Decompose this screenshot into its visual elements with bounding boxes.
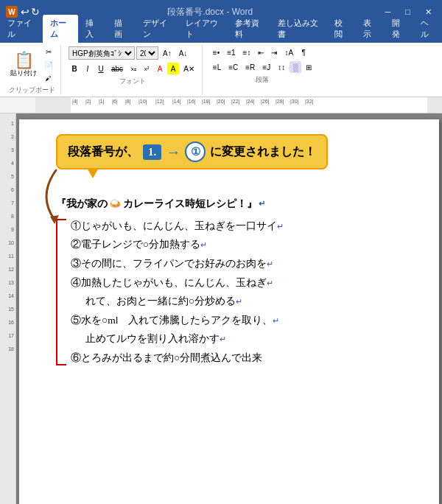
tab-developer[interactable]: 開発 [385,15,413,43]
underline-button[interactable]: U [95,63,107,74]
callout-text-before: 段落番号が、 [68,144,138,160]
doc-area: 1 2 3 4 5 6 7 8 9 10 11 12 13 14 15 16 1… [0,113,442,504]
decrease-indent-button[interactable]: ⇤ [255,46,267,58]
doc-line-4: ④加熱したじゃがいも、にんじん、玉ねぎ↵ [71,273,417,293]
bullets-button[interactable]: ≡• [210,46,222,58]
strikethrough-button[interactable]: abc [108,63,126,74]
doc-title-text2: カレーライス時短レシピ！』 [123,195,257,214]
tab-layout[interactable]: レイアウト [178,15,228,43]
font-name-select[interactable]: HGP創英角ｺﾞｼｯｸ [69,46,135,60]
doc-line-2: ②電子レンジで○分加熱する↵ [71,235,417,254]
paragraph-group: ≡• ≡1 ≡↕ ⇤ ⇥ ↕A ¶ ≡L ≡C ≡R ≡J ↕↕ ░ ⊞ 段落 [206,46,319,95]
highlight-button[interactable]: A [167,63,179,74]
tab-home[interactable]: ホーム [43,15,78,43]
tab-review[interactable]: 校閲 [327,15,356,43]
tab-file[interactable]: ファイル [0,15,43,43]
document-page: 段落番号が、 1. → ① に変更されました！ 『我が家の 🍛 カレーライス時短… [19,119,439,504]
callout-text-after: に変更されました！ [210,144,316,160]
align-left-button[interactable]: ≡L [210,61,224,73]
shading-button[interactable]: ░ [290,61,301,73]
numbering-button[interactable]: ≡1 [224,46,238,58]
tab-references[interactable]: 参考資料 [228,15,270,43]
font-label: フォント [119,77,146,86]
line-spacing-button[interactable]: ↕↕ [275,61,288,73]
font-group: HGP創英角ｺﾞｼｯｸ 20 A↑ A↓ B I U abc x₂ x² A A… [64,46,203,95]
bold-button[interactable]: B [69,63,80,74]
callout-num-old: 1. [143,144,161,160]
bracket-content: ①じゃがいも、にんじん、玉ねぎを一口サイ↵ ②電子レンジで○分加熱する↵ ③その… [71,217,417,368]
doc-line-3: ③その間に、フライパンでお好みのお肉を↵ [71,254,417,273]
doc-line-5b: 止めてルウを割り入れ溶かす↵ [71,329,417,349]
align-center-button[interactable]: ≡C [225,61,241,73]
ruler-gray-left [35,97,71,113]
ruler-gray-right [427,97,442,113]
subscript-button[interactable]: x₂ [127,63,139,74]
left-bracket [56,219,66,365]
curry-icon: 🍛 [109,195,122,214]
align-right-button[interactable]: ≡R [242,61,258,73]
tab-insert[interactable]: 挿入 [78,15,107,43]
tab-design[interactable]: デザイン [136,15,178,43]
multilevel-list-button[interactable]: ≡↕ [240,46,254,58]
ruler: |4| |2| |1| |6| |8| |10| |12| |14| |16| … [0,97,442,113]
tab-mailings[interactable]: 差し込み文書 [270,15,327,43]
copy-button[interactable]: 📄 [41,59,56,71]
callout-box: 段落番号が、 1. → ① に変更されました！ [56,134,328,169]
format-painter-button[interactable]: 🖌 [41,72,56,84]
clipboard-group: 📋 貼り付け ✂ 📄 🖌 クリップボード [3,46,61,95]
decrease-font-button[interactable]: A↓ [176,47,191,59]
document-content: 『我が家の 🍛 カレーライス時短レシピ！』 ↵ ①じゃがいも、にんじん、玉ねぎを… [56,195,417,368]
cut-button[interactable]: ✂ [41,46,56,57]
doc-line-5: ⑤水を○ml 入れて沸騰したらアクを取り、↵ [71,311,417,330]
borders-button[interactable]: ⊞ [303,61,315,73]
show-marks-button[interactable]: ¶ [298,46,309,58]
increase-indent-button[interactable]: ⇥ [268,46,280,58]
callout-arrow-icon: → [166,144,180,161]
tab-help[interactable]: ヘル [413,15,442,43]
ribbon: 📋 貼り付け ✂ 📄 🖌 クリップボード HGP創英角ｺﾞｼｯｸ 20 A↑ A… [0,43,442,97]
paragraph-label: 段落 [256,75,269,85]
clipboard-label: クリップボード [9,85,55,95]
menu-tabs: ファイル ホーム 挿入 描画 デザイン レイアウト 参考資料 差し込み文書 校閲… [0,24,442,43]
tab-view[interactable]: 表示 [356,15,385,43]
doc-line-6: ⑥とろみが出るまで約○分間煮込んで出来 [71,349,417,368]
bracket-container: ①じゃがいも、にんじん、玉ねぎを一口サイ↵ ②電子レンジで○分加熱する↵ ③その… [56,217,417,368]
tab-draw[interactable]: 描画 [107,15,136,43]
paste-icon: 📋 [14,52,34,69]
doc-line-1: ①じゃがいも、にんじん、玉ねぎを一口サイ↵ [71,217,417,236]
sort-button[interactable]: ↕A [281,46,296,58]
font-size-select[interactable]: 20 [136,46,158,60]
paste-label: 貼り付け [10,69,37,78]
doc-title-line: 『我が家の 🍛 カレーライス時短レシピ！』 ↵ [56,195,417,214]
font-color-button[interactable]: A [154,63,166,74]
italic-button[interactable]: I [82,63,94,74]
return-mark-title: ↵ [259,196,265,211]
increase-font-button[interactable]: A↑ [160,47,175,59]
clear-format-button[interactable]: A✕ [180,63,197,74]
callout-num-new: ① [185,141,206,162]
justify-button[interactable]: ≡J [259,61,273,73]
paste-button[interactable]: 📋 貼り付け [7,51,40,80]
ruler-area: |4| |2| |1| |6| |8| |10| |12| |14| |16| … [71,97,427,113]
vertical-ruler: 1 2 3 4 5 6 7 8 9 10 11 12 13 14 15 16 1… [0,113,16,504]
doc-line-4b: れて、お肉と一緒に約○分炒める↵ [71,292,417,311]
superscript-button[interactable]: x² [141,63,152,74]
doc-title-text: 『我が家の [56,195,108,214]
